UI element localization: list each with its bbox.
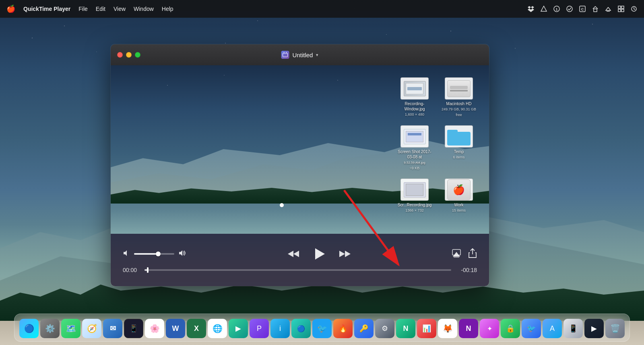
desktop-icon-img-temp bbox=[445, 125, 473, 148]
dock-icon-app10[interactable]: 📱 bbox=[564, 319, 583, 338]
checkmark-icon[interactable] bbox=[566, 5, 573, 12]
1password-icon[interactable]: 1 bbox=[553, 5, 560, 12]
desktop-icon-img-screenshot bbox=[400, 125, 429, 148]
svg-rect-13 bbox=[618, 9, 621, 12]
svg-rect-9 bbox=[594, 9, 597, 12]
apple-menu[interactable]: 🍎 bbox=[6, 4, 15, 13]
clipboard-icon[interactable]: C bbox=[579, 5, 586, 12]
desktop-icon-row-1: Recording-Window.jpg1,600 × 480 Macintos… bbox=[396, 77, 477, 117]
dock-icon-app9[interactable]: 🐦 bbox=[522, 319, 541, 338]
svg-rect-16 bbox=[283, 53, 288, 57]
dock-icon-numbers[interactable]: N bbox=[396, 319, 415, 338]
desktop-icon-macintosh-hd: Macintosh HD249.79 GB, 90.31 GB free bbox=[441, 77, 477, 117]
desktop-icon-label-3: Screen Shot 2017-03-08 at9.52.59 AM.jpg~… bbox=[396, 149, 433, 170]
dock-icon-firefox[interactable]: 🦊 bbox=[438, 319, 457, 338]
maximize-button[interactable] bbox=[135, 52, 140, 58]
home-icon[interactable] bbox=[592, 5, 599, 12]
menubar: 🍎 QuickTime Player File Edit View Window… bbox=[0, 0, 644, 18]
play-button[interactable] bbox=[312, 247, 326, 261]
desktop-icon-work: 🍎 Work15 items bbox=[441, 179, 477, 213]
dock-icon-app8[interactable]: ✦ bbox=[480, 319, 499, 338]
desktop-icon-temp: Temp6 items bbox=[441, 125, 477, 170]
menu-view[interactable]: View bbox=[114, 6, 126, 12]
svg-marker-27 bbox=[293, 251, 299, 257]
dock-icon-app5[interactable]: 🔵 bbox=[291, 319, 311, 338]
dock-icon-keynote[interactable]: 📊 bbox=[417, 319, 436, 338]
dock-icon-1password[interactable]: 🔑 bbox=[354, 319, 374, 338]
svg-marker-26 bbox=[288, 251, 293, 257]
dock-icon-onenote[interactable]: N bbox=[459, 319, 478, 338]
menu-file[interactable]: File bbox=[78, 6, 88, 12]
dock-icon-app2[interactable]: ▶ bbox=[229, 319, 248, 338]
volume-fill bbox=[134, 253, 158, 255]
dropbox-icon[interactable] bbox=[527, 5, 535, 12]
svg-rect-12 bbox=[621, 6, 624, 8]
window-title-area: Untitled ▾ bbox=[281, 51, 319, 59]
menu-help[interactable]: Help bbox=[162, 6, 173, 12]
desktop-icon-img-recording bbox=[400, 77, 429, 100]
dock-icon-word[interactable]: W bbox=[166, 319, 185, 338]
dock-icon-excel[interactable]: X bbox=[187, 319, 206, 338]
close-button[interactable] bbox=[117, 52, 123, 58]
dock-icon-twitter[interactable]: 🐦 bbox=[312, 319, 332, 338]
menu-window[interactable]: Window bbox=[134, 6, 154, 12]
svg-point-6 bbox=[567, 6, 572, 12]
dock-icon-app4[interactable]: i bbox=[270, 319, 290, 338]
traffic-lights bbox=[117, 52, 140, 58]
dock-icon-chrome[interactable]: 🌐 bbox=[208, 319, 227, 338]
dock-icon-safari[interactable]: 🧭 bbox=[82, 319, 101, 338]
desktop-icon-recording-window: Recording-Window.jpg1,600 × 480 bbox=[396, 77, 433, 117]
svg-marker-3 bbox=[541, 6, 547, 11]
progress-row: 00:00 -00:18 bbox=[123, 267, 477, 273]
dock-icon-vpn[interactable]: 🔒 bbox=[501, 319, 520, 338]
airplay-button[interactable] bbox=[451, 249, 462, 260]
progress-thumb bbox=[147, 267, 149, 273]
dock-icon-store[interactable]: A bbox=[543, 319, 562, 338]
desktop-icon-label-2: Macintosh HD249.79 GB, 90.31 GB free bbox=[441, 101, 477, 117]
svg-rect-14 bbox=[621, 9, 624, 12]
window-title-text: Untitled bbox=[293, 52, 313, 58]
minimize-button[interactable] bbox=[126, 52, 132, 58]
desktop-icon-row-2: Screen Shot 2017-03-08 at9.52.59 AM.jpg~… bbox=[396, 125, 477, 170]
dock-icon-mail[interactable]: ✉ bbox=[103, 319, 122, 338]
airplay-menubar-icon[interactable] bbox=[605, 5, 612, 12]
dock-icon-trash[interactable]: 🗑️ bbox=[605, 319, 625, 338]
time-remaining: -00:18 bbox=[457, 267, 477, 273]
google-drive-icon[interactable] bbox=[540, 5, 547, 12]
grid-icon[interactable] bbox=[617, 5, 625, 12]
dock-icon-app1[interactable]: 📱 bbox=[124, 319, 143, 338]
svg-line-23 bbox=[344, 190, 398, 265]
window-title-chevron[interactable]: ▾ bbox=[316, 52, 318, 58]
desktop-icon-img-work: 🍎 bbox=[445, 179, 473, 201]
svg-marker-25 bbox=[179, 250, 182, 256]
volume-high-icon[interactable] bbox=[178, 249, 187, 259]
red-arrow-annotation bbox=[340, 186, 421, 286]
volume-knob bbox=[156, 251, 161, 256]
desktop-icon-label-6: Work15 items bbox=[452, 202, 466, 213]
svg-text:1: 1 bbox=[555, 7, 557, 11]
dock-icon-app6[interactable]: 🔥 bbox=[333, 319, 353, 338]
menu-edit[interactable]: Edit bbox=[96, 6, 105, 12]
volume-low-icon[interactable] bbox=[123, 249, 130, 259]
dock-icon-app7[interactable]: ⚙ bbox=[375, 319, 394, 338]
right-controls bbox=[451, 248, 477, 260]
playback-controls: 00:00 -00:18 bbox=[111, 234, 489, 286]
dock-icon-photos[interactable]: 🌸 bbox=[145, 319, 164, 338]
dock-icon-finder[interactable]: 🔵 bbox=[19, 319, 39, 338]
desktop-icon-screenshot: Screen Shot 2017-03-08 at9.52.59 AM.jpg~… bbox=[396, 125, 433, 170]
svg-marker-31 bbox=[453, 252, 460, 257]
dock-icon-qt[interactable]: ▶ bbox=[584, 319, 604, 338]
dock-icon-maps[interactable]: 🗺️ bbox=[61, 319, 80, 338]
time-machine-icon[interactable] bbox=[630, 5, 638, 12]
desktop-icon-label-1: Recording-Window.jpg1,600 × 480 bbox=[396, 101, 433, 117]
menu-app-name[interactable]: QuickTime Player bbox=[23, 6, 70, 12]
volume-slider[interactable] bbox=[134, 253, 174, 255]
svg-text:C: C bbox=[581, 7, 584, 11]
quicktime-window: Untitled ▾ bbox=[111, 44, 489, 286]
time-current: 00:00 bbox=[123, 267, 139, 273]
desktop-icon-label-4: Temp6 items bbox=[453, 149, 464, 160]
dock-icon-system-prefs[interactable]: ⚙️ bbox=[40, 319, 60, 338]
dock-icon-app3[interactable]: P bbox=[250, 319, 269, 338]
rewind-button[interactable] bbox=[287, 249, 300, 259]
share-button[interactable] bbox=[468, 248, 477, 260]
